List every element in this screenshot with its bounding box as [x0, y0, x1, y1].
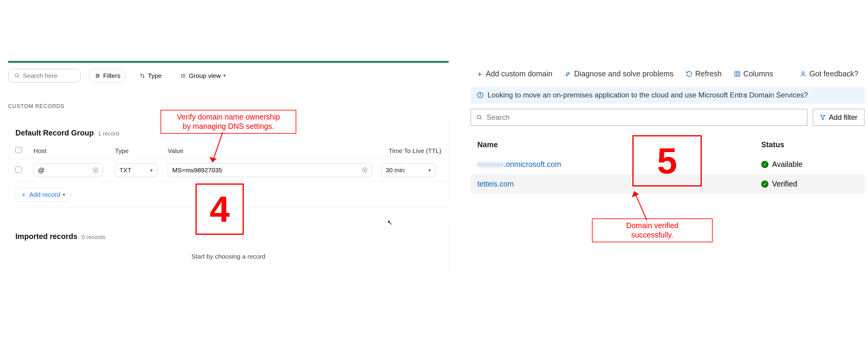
annotation-4-text: Verify domain name ownership by managing… — [160, 110, 296, 134]
sliders-icon — [95, 73, 101, 79]
col-name: Name — [477, 140, 761, 149]
record-row: ⓧ TXT ▾ ⓧ 30 min ▾ — [8, 159, 448, 182]
annotation-4-number: 4 — [195, 184, 244, 235]
info-banner[interactable]: Looking to move an on-premises applicati… — [471, 87, 864, 103]
add-filter-label: Add filter — [829, 113, 858, 122]
search-input[interactable] — [23, 72, 74, 80]
imported-count: 0 records — [82, 234, 105, 241]
clear-icon[interactable]: ⓧ — [362, 166, 368, 174]
col-ttl: Time To Live (TTL) — [381, 147, 441, 155]
svg-point-0 — [15, 74, 19, 77]
plus-icon: ＋ — [477, 71, 483, 77]
plus-icon: ＋ — [21, 190, 27, 199]
refresh-icon — [686, 71, 692, 77]
col-status: Status — [761, 140, 858, 149]
domain-name: tetteis.com — [477, 180, 514, 188]
refresh-button[interactable]: Refresh — [686, 69, 722, 78]
imported-title: Imported records — [16, 232, 78, 241]
columns-button[interactable]: Columns — [734, 69, 773, 78]
info-text: Looking to move an on-premises applicati… — [488, 91, 808, 99]
value-input[interactable] — [172, 166, 362, 174]
host-input-wrap[interactable]: ⓧ — [33, 163, 103, 177]
records-toolbar: Filters Type Group view ▾ — [8, 69, 230, 82]
col-type: Type — [115, 147, 168, 155]
status-cell: ✓ Verified — [761, 180, 858, 188]
columns-label: Columns — [743, 69, 773, 78]
col-host: Host — [33, 147, 115, 155]
group-count: 1 record — [98, 130, 119, 137]
svg-point-25 — [477, 115, 481, 119]
status-text: Verified — [772, 180, 797, 188]
status-text: Available — [772, 160, 803, 169]
funnel-icon — [820, 114, 826, 120]
feedback-label: Got feedback? — [809, 69, 858, 78]
feedback-button[interactable]: Got feedback? — [800, 69, 858, 78]
search-input-wrap[interactable] — [8, 69, 81, 82]
svg-point-3 — [97, 74, 97, 75]
add-filter-button[interactable]: Add filter — [813, 109, 864, 126]
chevron-down-icon: ▾ — [63, 192, 65, 198]
imported-hint: Start by choosing a record — [16, 253, 441, 260]
info-icon — [477, 92, 483, 98]
col-value: Value — [168, 147, 381, 155]
group-title: Default Record Group — [16, 129, 94, 137]
ttl-select[interactable]: 30 min ▾ — [381, 163, 435, 177]
search-icon — [476, 114, 483, 120]
list-icon — [180, 73, 186, 79]
add-record-button[interactable]: ＋ Add record ▾ — [16, 188, 70, 202]
chevron-down-icon: ▾ — [150, 167, 153, 173]
svg-point-21 — [802, 71, 804, 74]
select-all-checkbox[interactable] — [16, 147, 22, 153]
clear-icon[interactable]: ⓧ — [93, 166, 98, 174]
records-header-row: Host Type Value Time To Live (TTL) — [8, 143, 448, 159]
group-view-button[interactable]: Group view ▾ — [176, 69, 230, 82]
columns-icon — [734, 71, 740, 77]
azure-domains-panel: ＋ Add custom domain Diagnose and solve p… — [471, 66, 864, 194]
chevron-down-icon: ▾ — [223, 73, 226, 79]
sort-icon — [140, 73, 146, 79]
domain-suffix: .onmicrosoft.com — [504, 160, 561, 168]
azure-toolbar: ＋ Add custom domain Diagnose and solve p… — [471, 66, 864, 81]
type-button[interactable]: Type — [134, 69, 166, 82]
value-input-wrap[interactable]: ⓧ — [168, 163, 372, 177]
host-input[interactable] — [38, 166, 93, 174]
svg-point-7 — [96, 76, 97, 78]
svg-point-14 — [181, 75, 182, 76]
type-value: TXT — [120, 166, 131, 174]
type-select[interactable]: TXT ▾ — [115, 163, 157, 177]
ttl-value: 30 min — [385, 166, 405, 174]
annotation-5-number: 5 — [632, 135, 702, 186]
domain-search-input[interactable] — [487, 113, 802, 122]
svg-line-26 — [480, 118, 482, 120]
domain-search-wrap[interactable] — [471, 109, 807, 126]
refresh-label: Refresh — [695, 69, 722, 78]
cursor-icon: ↖ — [387, 219, 393, 227]
svg-rect-18 — [735, 71, 740, 76]
svg-marker-27 — [820, 115, 825, 120]
diagnose-label: Diagnose and solve problems — [574, 69, 673, 78]
search-icon — [14, 73, 20, 79]
svg-point-13 — [181, 74, 182, 74]
add-record-label: Add record — [29, 191, 60, 198]
domain-name-cell[interactable]: xxxxxxx.onmicrosoft.com — [477, 160, 761, 169]
row-checkbox[interactable] — [16, 166, 22, 173]
check-icon: ✓ — [761, 161, 769, 168]
diagnose-button[interactable]: Diagnose and solve problems — [565, 69, 673, 78]
filters-label: Filters — [103, 72, 120, 80]
domain-prefix-blurred: xxxxxxx — [477, 160, 504, 168]
feedback-icon — [800, 71, 806, 77]
type-label: Type — [148, 72, 162, 80]
custom-records-heading: CUSTOM RECORDS — [8, 103, 65, 110]
add-custom-domain-button[interactable]: ＋ Add custom domain — [477, 69, 552, 78]
svg-point-5 — [98, 75, 99, 76]
domain-name-cell[interactable]: tetteis.com — [477, 180, 761, 188]
filters-button[interactable]: Filters — [90, 69, 125, 82]
annotation-5-text: Domain verified successfully. — [592, 218, 713, 242]
status-cell: ✓ Available — [761, 160, 858, 169]
header-accent-bar — [8, 61, 448, 63]
svg-point-15 — [181, 76, 182, 77]
search-filter-row: Add filter — [471, 109, 864, 126]
chevron-down-icon: ▾ — [428, 167, 431, 173]
group-view-label: Group view — [189, 72, 221, 80]
add-label: Add custom domain — [486, 69, 552, 78]
